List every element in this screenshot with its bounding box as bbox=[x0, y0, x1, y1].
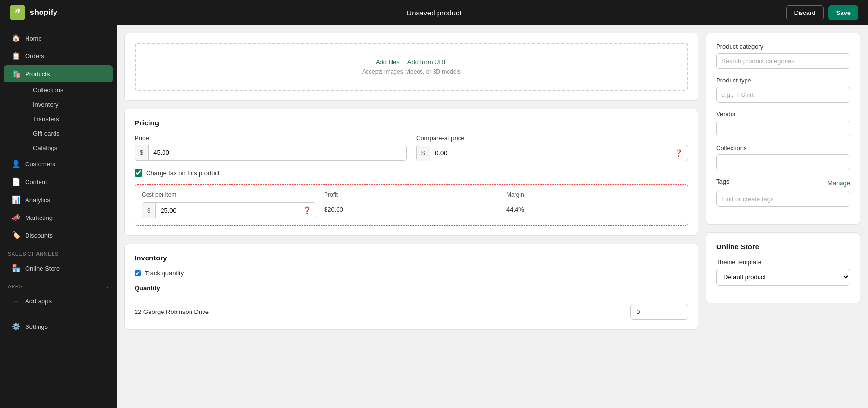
cost-margin-box: Cost per item $ ❓ Profit $20.00 bbox=[135, 184, 688, 226]
quantity-input[interactable] bbox=[630, 304, 688, 320]
topbar: shopify Unsaved product Discard Save bbox=[0, 0, 868, 25]
add-apps-icon: ＋ bbox=[12, 297, 20, 306]
customers-icon: 👤 bbox=[12, 160, 20, 168]
quantity-heading: Quantity bbox=[135, 285, 688, 292]
price-input[interactable] bbox=[149, 145, 406, 160]
collections-field: Collections bbox=[716, 144, 850, 170]
charge-tax-checkbox[interactable] bbox=[135, 169, 142, 177]
margin-value: 44.4% bbox=[506, 202, 681, 217]
cost-help-icon[interactable]: ❓ bbox=[298, 203, 316, 218]
add-files-link[interactable]: Add files bbox=[376, 58, 400, 66]
main-layout: 🏠 Home 📋 Orders 🛍️ Products Collections … bbox=[0, 25, 868, 408]
sidebar-item-label: Content bbox=[25, 178, 47, 186]
profit-section: Profit $20.00 bbox=[324, 191, 499, 218]
vendor-label: Vendor bbox=[716, 110, 850, 118]
sidebar-item-marketing[interactable]: 📣 Marketing bbox=[4, 209, 113, 226]
margin-section: Margin 44.4% bbox=[506, 191, 681, 218]
product-category-field: Product category bbox=[716, 43, 850, 69]
tags-header: Tags Manage bbox=[716, 178, 850, 188]
sidebar-item-catalogs[interactable]: Catalogs bbox=[12, 141, 113, 155]
svg-rect-0 bbox=[10, 5, 25, 20]
inventory-card: Inventory Track quantity Quantity 22 Geo… bbox=[124, 244, 698, 330]
sidebar-item-online-store[interactable]: 🏪 Online Store bbox=[4, 259, 113, 277]
sidebar-item-label: Analytics bbox=[25, 196, 50, 204]
sidebar-item-label: Orders bbox=[25, 53, 44, 60]
logo: shopify bbox=[10, 5, 57, 20]
sidebar-item-label: Add apps bbox=[25, 298, 52, 305]
cost-per-item-label: Cost per item bbox=[142, 191, 316, 198]
product-category-label: Product category bbox=[716, 43, 850, 50]
discard-button[interactable]: Discard bbox=[786, 5, 824, 20]
sidebar-item-orders[interactable]: 📋 Orders bbox=[4, 47, 113, 65]
price-prefix: $ bbox=[135, 145, 149, 160]
online-store-heading: Online Store bbox=[716, 243, 850, 251]
cost-per-item-section: Cost per item $ ❓ bbox=[142, 191, 316, 218]
profit-value: $20.00 bbox=[324, 202, 499, 217]
chevron-right-icon[interactable]: › bbox=[107, 250, 109, 257]
topbar-actions: Discard Save bbox=[786, 5, 858, 20]
product-category-input[interactable] bbox=[716, 53, 850, 69]
price-input-wrapper: $ bbox=[135, 145, 407, 161]
theme-template-field: Theme template Default product Custom te… bbox=[716, 258, 850, 286]
compare-at-price-field: Compare-at price $ ❓ bbox=[416, 135, 688, 161]
marketing-icon: 📣 bbox=[12, 213, 20, 222]
vendor-input[interactable] bbox=[716, 121, 850, 136]
products-icon: 🛍️ bbox=[12, 69, 20, 78]
help-icon[interactable]: ❓ bbox=[670, 145, 688, 161]
sidebar-item-content[interactable]: 📄 Content bbox=[4, 173, 113, 190]
sidebar-item-transfers[interactable]: Transfers bbox=[12, 112, 113, 126]
add-from-url-link[interactable]: Add from URL bbox=[407, 58, 447, 66]
compare-at-input-wrapper: $ ❓ bbox=[416, 145, 688, 161]
track-quantity-label: Track quantity bbox=[145, 270, 184, 277]
sidebar-item-discounts[interactable]: 🏷️ Discounts bbox=[4, 227, 113, 244]
cost-per-item-input[interactable] bbox=[156, 203, 298, 218]
content-icon: 📄 bbox=[12, 177, 20, 186]
chevron-right-icon-2[interactable]: › bbox=[107, 283, 109, 290]
sidebar-item-gift-cards[interactable]: Gift cards bbox=[12, 126, 113, 140]
track-quantity-checkbox[interactable] bbox=[135, 270, 141, 276]
sidebar-item-add-apps[interactable]: ＋ Add apps bbox=[4, 292, 113, 310]
tags-input[interactable] bbox=[716, 191, 850, 207]
sidebar-item-customers[interactable]: 👤 Customers bbox=[4, 155, 113, 173]
pricing-card: Pricing Price $ Compare-at price $ bbox=[124, 109, 698, 236]
media-hint: Accepts images, videos, or 3D models bbox=[150, 68, 673, 75]
apps-label: Apps › bbox=[0, 277, 117, 292]
tags-field: Tags Manage bbox=[716, 178, 850, 207]
save-button[interactable]: Save bbox=[828, 5, 858, 20]
sidebar-item-home[interactable]: 🏠 Home bbox=[4, 29, 113, 47]
theme-template-select[interactable]: Default product Custom template bbox=[716, 269, 850, 286]
analytics-icon: 📊 bbox=[12, 195, 20, 204]
sidebar-item-label: Customers bbox=[25, 161, 55, 168]
cost-prefix: $ bbox=[142, 203, 156, 218]
price-field: Price $ bbox=[135, 135, 407, 161]
tags-label: Tags bbox=[716, 178, 729, 185]
product-type-field: Product type bbox=[716, 77, 850, 103]
products-subitems: Collections Inventory Transfers Gift car… bbox=[0, 83, 117, 155]
settings-icon: ⚙️ bbox=[12, 322, 20, 331]
collections-input[interactable] bbox=[716, 154, 850, 170]
right-column: Product category Product type Vendor Col… bbox=[706, 33, 860, 400]
compare-at-input[interactable] bbox=[430, 146, 670, 161]
track-quantity-row: Track quantity bbox=[135, 270, 688, 277]
sidebar-item-analytics[interactable]: 📊 Analytics bbox=[4, 191, 113, 208]
media-upload-links: Add files Add from URL bbox=[150, 58, 673, 66]
sidebar-item-settings[interactable]: ⚙️ Settings bbox=[4, 318, 113, 335]
pricing-heading: Pricing bbox=[135, 119, 688, 127]
main-column: Add files Add from URL Accepts images, v… bbox=[124, 33, 698, 400]
content-area: Add files Add from URL Accepts images, v… bbox=[117, 25, 868, 408]
theme-template-label: Theme template bbox=[716, 258, 850, 266]
home-icon: 🏠 bbox=[12, 34, 20, 42]
sidebar-item-collections[interactable]: Collections bbox=[12, 83, 113, 97]
sidebar-item-inventory[interactable]: Inventory bbox=[12, 97, 113, 111]
margin-label: Margin bbox=[506, 191, 681, 198]
sidebar-item-label: Products bbox=[25, 70, 50, 78]
sidebar: 🏠 Home 📋 Orders 🛍️ Products Collections … bbox=[0, 25, 117, 408]
sidebar-item-label: Online Store bbox=[25, 265, 60, 272]
orders-icon: 📋 bbox=[12, 52, 20, 60]
sidebar-item-products[interactable]: 🛍️ Products bbox=[4, 65, 113, 82]
product-type-input[interactable] bbox=[716, 87, 850, 103]
logo-text: shopify bbox=[30, 8, 57, 17]
pricing-row: Price $ Compare-at price $ ❓ bbox=[135, 135, 688, 161]
tags-manage-link[interactable]: Manage bbox=[827, 179, 850, 187]
media-card: Add files Add from URL Accepts images, v… bbox=[124, 33, 698, 101]
